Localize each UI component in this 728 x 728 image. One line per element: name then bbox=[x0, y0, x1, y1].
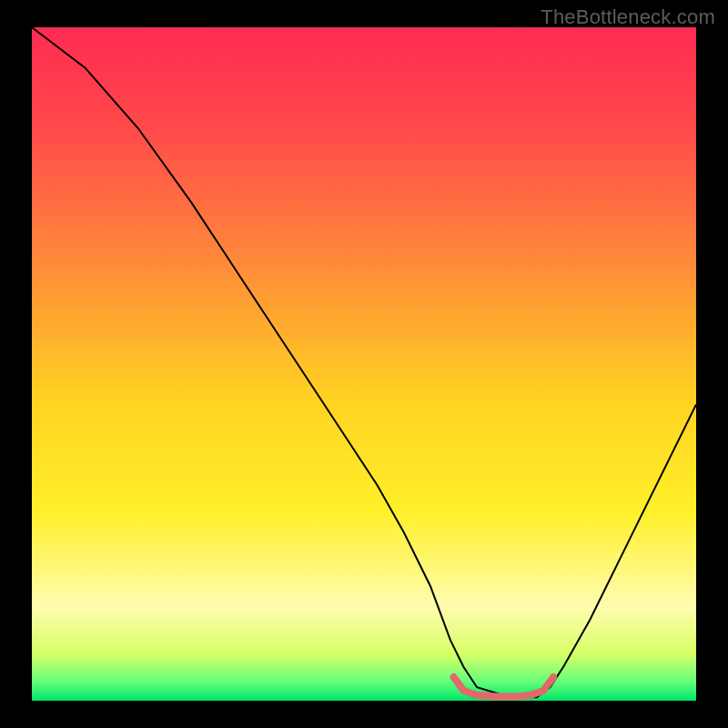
plot-area bbox=[32, 27, 696, 701]
gradient-background bbox=[32, 27, 696, 701]
chart-svg bbox=[32, 27, 696, 701]
watermark-text: TheBottleneck.com bbox=[541, 5, 715, 29]
chart-frame: TheBottleneck.com bbox=[0, 0, 728, 728]
